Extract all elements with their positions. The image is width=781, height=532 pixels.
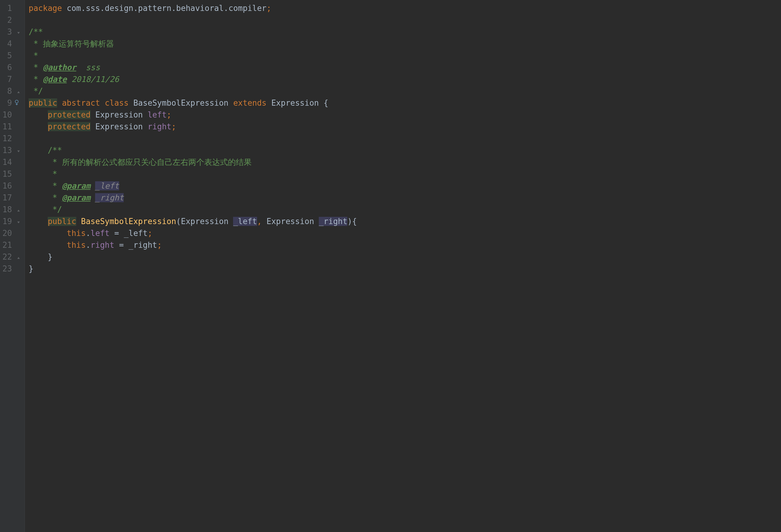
fold-icon[interactable] [17,26,20,38]
code-line: public abstract class BaseSymbolExpressi… [29,97,781,109]
code-line: /** [29,26,781,38]
line-number: 18 [2,204,21,216]
line-number: 12 [2,133,21,144]
line-number: 15 [2,168,21,180]
code-line [29,133,781,144]
code-line: * 抽象运算符号解析器 [29,38,781,50]
code-line: protected Expression right; [29,121,781,133]
code-line [29,14,781,26]
line-number: 1 [2,2,21,14]
code-editor: 1 2 3 4 5 6 7 8 9 10 11 12 13 14 15 16 1… [0,0,781,532]
code-line: * @date 2018/11/26 [29,74,781,85]
code-line: * [29,50,781,62]
code-line: * 所有的解析公式都应只关心自己左右两个表达式的结果 [29,157,781,168]
code-line: this.right = _right; [29,239,781,251]
line-number: 6 [2,62,21,74]
code-line: * @param _right [29,192,781,204]
fold-icon[interactable] [17,216,20,227]
line-number: 5 [2,50,21,62]
code-line: this.left = _left; [29,227,781,239]
line-number: 3 [2,26,21,38]
fold-end-icon[interactable] [17,251,20,263]
line-number: 4 [2,38,21,50]
fold-icon[interactable] [17,144,20,157]
code-line: * [29,168,781,180]
line-number: 8 [2,85,21,97]
code-line: protected Expression left; [29,109,781,121]
code-line: */ [29,204,781,216]
line-number: 23 [2,263,21,275]
line-number: 20 [2,227,21,239]
line-number: 19 [2,216,21,227]
code-line: public BaseSymbolExpression(Expression _… [29,216,781,227]
line-number: 11 [2,121,21,133]
code-line: package com.sss.design.pattern.behaviora… [29,2,781,14]
code-line: } [29,251,781,263]
line-number: 14 [2,157,21,168]
code-line: /** [29,144,781,157]
line-number: 22 [2,251,21,263]
line-number: 10 [2,109,21,121]
line-number: 17 [2,192,21,204]
code-line: * @param _left [29,180,781,192]
fold-end-icon[interactable] [17,204,20,216]
line-number: 21 [2,239,21,251]
code-line: * @author sss [29,62,781,74]
implementations-icon[interactable] [14,97,20,109]
svg-point-0 [15,100,18,103]
line-number: 7 [2,74,21,85]
gutter: 1 2 3 4 5 6 7 8 9 10 11 12 13 14 15 16 1… [0,0,25,532]
line-number: 9 [2,97,21,109]
code-line: } [29,263,781,275]
fold-end-icon[interactable] [17,85,20,97]
code-line: */ [29,85,781,97]
line-number: 13 [2,144,21,157]
line-number: 16 [2,180,21,192]
code-content[interactable]: package com.sss.design.pattern.behaviora… [25,0,781,532]
line-number: 2 [2,14,21,26]
